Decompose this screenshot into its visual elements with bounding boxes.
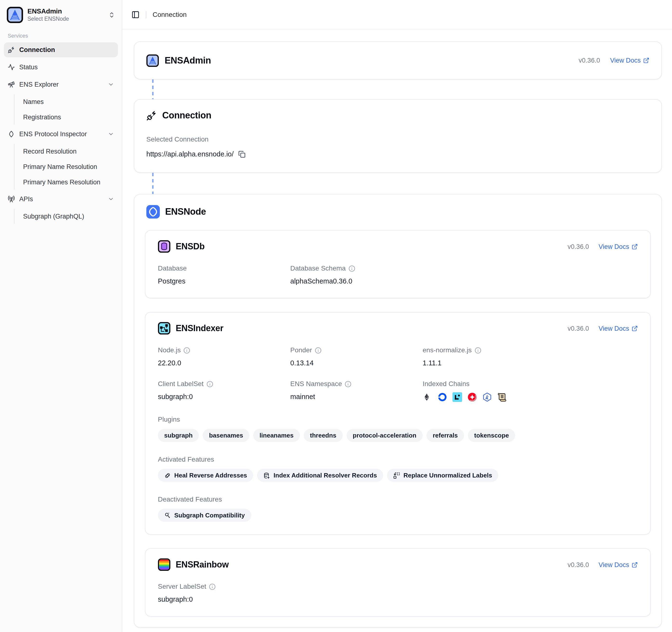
plug-zap-icon <box>8 46 15 53</box>
sidebar-item-label: ENS Protocol Inspector <box>19 130 87 138</box>
ensrainbow-view-docs-link[interactable]: View Docs <box>599 561 638 568</box>
sidebar-item-primary-name-resolution[interactable]: Primary Name Resolution <box>15 159 118 174</box>
ensdb-card: ENSDb v0.36.0 View Docs Database Postgre… <box>145 230 651 298</box>
external-link-icon <box>643 57 649 64</box>
sidebar-item-ens-explorer[interactable]: ENS Explorer <box>4 77 118 92</box>
main-area: Connection ENSAdmin v0.36.0 View Docs Co… <box>122 0 672 632</box>
copy-url-button[interactable] <box>239 150 246 157</box>
info-icon[interactable] <box>209 583 216 590</box>
ensindexer-version: v0.36.0 <box>568 325 589 332</box>
ensadmin-view-docs-link[interactable]: View Docs <box>610 57 649 64</box>
external-link-icon <box>631 243 638 249</box>
ensnode-selector[interactable]: ENSAdmin Select ENSNode <box>4 5 118 25</box>
feature-label: Subgraph Compatibility <box>174 512 245 519</box>
sidebar-item-registrations[interactable]: Registrations <box>15 110 118 125</box>
sidebar-toggle-button[interactable] <box>131 10 140 19</box>
breadcrumb: Connection <box>152 10 187 18</box>
field-server-labelset: Server LabelSet subgraph:0 <box>158 582 290 604</box>
arbitrum-chain-icon <box>482 392 492 402</box>
ensnode-card-title: ENSNode <box>165 206 206 217</box>
field-value: 0.13.14 <box>290 359 423 367</box>
feature-label: Replace Unnormalized Labels <box>403 472 492 479</box>
ensindexer-card-title: ENSIndexer <box>176 323 223 333</box>
field-label: Ponder <box>290 346 312 354</box>
ensrainbow-card: ENSRainbow v0.36.0 View Docs Server Labe… <box>145 548 651 616</box>
field-label: ENS Namespace <box>290 380 342 388</box>
sidebar-item-names[interactable]: Names <box>15 94 118 109</box>
field-indexed-chains: Indexed Chains <box>423 380 638 402</box>
feature-badge-heal-reverse-addresses: Heal Reverse Addresses <box>158 469 254 482</box>
connection-card-title: Connection <box>162 110 211 121</box>
plugins-label: Plugins <box>158 415 638 423</box>
chevron-down-icon <box>108 196 114 202</box>
sidebar-item-label: APIs <box>19 195 33 203</box>
base-chain-icon <box>437 392 447 402</box>
ensdb-logo-icon <box>158 240 170 253</box>
plugin-badge: basenames <box>203 429 249 442</box>
field-client-labelset: Client LabelSet subgraph:0 <box>158 380 290 402</box>
activated-features-label: Activated Features <box>158 455 638 463</box>
ensadmin-version: v0.36.0 <box>579 57 600 64</box>
plugin-badge: threedns <box>304 429 343 442</box>
ensrainbow-version: v0.36.0 <box>568 561 589 568</box>
card-connector <box>152 79 153 99</box>
activated-features-row: Heal Reverse Addresses Index Additional … <box>158 469 638 482</box>
page-content: ENSAdmin v0.36.0 View Docs Connection Se… <box>122 29 672 632</box>
scroll-chain-icon <box>497 392 507 402</box>
feature-label: Index Additional Resolver Records <box>274 472 377 479</box>
ensadmin-app: ENSAdmin Select ENSNode Services Connect… <box>0 0 672 632</box>
info-icon[interactable] <box>345 381 352 387</box>
protocol-inspector-subitems: Record Resolution Primary Name Resolutio… <box>14 144 118 190</box>
field-ens-normalize: ens-normalize.js 1.11.1 <box>423 346 638 367</box>
plug-zap-icon <box>146 110 157 121</box>
ensdb-view-docs-link[interactable]: View Docs <box>599 243 638 250</box>
field-value: subgraph:0 <box>158 392 290 401</box>
field-label: Database <box>158 264 187 272</box>
topbar: Connection <box>122 0 672 29</box>
ensindexer-view-docs-link[interactable]: View Docs <box>599 325 638 332</box>
plugin-badge: referrals <box>427 429 464 442</box>
connection-card: Connection Selected Connection https://a… <box>134 99 662 173</box>
info-icon[interactable] <box>349 265 355 272</box>
ensadmin-logo-icon <box>7 7 23 23</box>
activity-icon <box>8 64 15 71</box>
sidebar-item-status[interactable]: Status <box>4 60 118 75</box>
field-value: 1.11.1 <box>423 359 638 367</box>
info-icon[interactable] <box>315 347 321 354</box>
field-value: Postgres <box>158 277 290 286</box>
field-database: Database Postgres <box>158 264 290 286</box>
info-icon[interactable] <box>184 347 190 354</box>
deactivated-features-label: Deactivated Features <box>158 495 638 503</box>
field-label: Node.js <box>158 346 181 354</box>
chevrons-up-down-icon <box>108 11 115 18</box>
chevron-down-icon <box>108 131 114 137</box>
plugin-badge: lineanames <box>253 429 300 442</box>
connection-url: https://api.alpha.ensnode.io/ <box>146 150 234 158</box>
radio-tower-icon <box>8 195 15 203</box>
feature-label: Heal Reverse Addresses <box>174 472 247 479</box>
info-icon[interactable] <box>207 381 213 387</box>
sidebar-item-ens-protocol-inspector[interactable]: ENS Protocol Inspector <box>4 127 118 142</box>
field-value: alphaSchema0.36.0 <box>290 277 423 286</box>
indexed-chains-row <box>423 392 638 402</box>
sidebar: ENSAdmin Select ENSNode Services Connect… <box>0 0 122 632</box>
info-icon[interactable] <box>475 347 481 354</box>
optimism-chain-icon <box>467 392 477 402</box>
card-connector <box>152 173 153 194</box>
sidebar-item-record-resolution[interactable]: Record Resolution <box>15 144 118 159</box>
view-docs-label: View Docs <box>610 57 641 64</box>
sidebar-item-subgraph-graphql[interactable]: Subgraph (GraphQL) <box>15 209 118 224</box>
sidebar-item-connection[interactable]: Connection <box>4 42 118 57</box>
sidebar-item-primary-names-resolution[interactable]: Primary Names Resolution <box>15 175 118 190</box>
ensnode-logo-icon <box>146 205 160 219</box>
feature-badge-index-additional-resolver-records: Index Additional Resolver Records <box>257 469 383 482</box>
field-value: subgraph:0 <box>158 595 290 604</box>
field-label: Database Schema <box>290 264 345 272</box>
ensindexer-card: ENSIndexer v0.36.0 View Docs Node.js 22 <box>145 312 651 535</box>
ensadmin-card-title: ENSAdmin <box>165 55 211 66</box>
sidebar-item-apis[interactable]: APIs <box>4 192 118 206</box>
copy-icon <box>239 150 246 157</box>
selected-connection-label: Selected Connection <box>146 135 209 143</box>
ens-explorer-subitems: Names Registrations <box>14 94 118 125</box>
field-label: Indexed Chains <box>423 380 470 388</box>
